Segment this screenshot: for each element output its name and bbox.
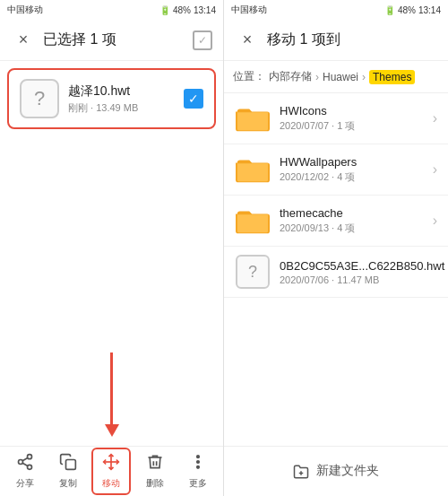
toolbar-more[interactable]: 更多: [178, 449, 218, 493]
file-question-mark: ?: [34, 87, 45, 110]
move-label: 移动: [102, 477, 120, 490]
breadcrumb: 位置： 内部存储 › Huawei › Themes: [224, 61, 448, 93]
file-name: 越泽10.hwt: [68, 83, 175, 100]
file-meta-hwt: 2020/07/06 · 11.47 MB: [280, 274, 444, 285]
breadcrumb-sep-2: ›: [362, 71, 366, 83]
left-battery-icon: 🔋: [159, 5, 170, 15]
file-info-hwt: 0B2C9C55A3E...C622B850.hwt 2020/07/06 · …: [280, 259, 444, 285]
chevron-icon-hwwallpapers: ›: [433, 161, 437, 178]
right-time: 13:14: [418, 5, 441, 15]
breadcrumb-huawei[interactable]: Huawei: [323, 71, 358, 83]
right-battery-icon: 🔋: [384, 5, 395, 15]
right-header: × 移动 1 项到: [224, 20, 448, 61]
new-folder-label: 新建文件夹: [316, 463, 379, 477]
file-icon-hwt: ?: [235, 256, 271, 288]
chevron-icon-themecache: ›: [433, 213, 437, 229]
right-close-button[interactable]: ×: [235, 28, 260, 53]
move-arrow: [105, 352, 119, 437]
left-toolbar: 分享 复制 移动: [0, 446, 223, 496]
left-check-icon: ✓: [198, 34, 207, 47]
list-item[interactable]: themecache 2020/09/13 · 4 项 ›: [224, 196, 448, 247]
folder-icon-hwicons: [235, 102, 271, 135]
svg-line-4: [22, 457, 28, 460]
right-status-left: 中国移动: [231, 4, 267, 16]
left-header: × 已选择 1 项 ✓: [0, 20, 223, 61]
left-header-title: 已选择 1 项: [43, 30, 185, 49]
share-icon: [16, 453, 34, 475]
file-meta: 刚刚 · 13.49 MB: [68, 101, 175, 115]
svg-line-3: [22, 463, 28, 466]
copy-icon: [59, 453, 77, 475]
svg-point-0: [28, 455, 32, 459]
left-time: 13:14: [194, 5, 216, 15]
hwt-file-type-icon: ?: [236, 255, 270, 289]
left-check-all[interactable]: ✓: [193, 30, 212, 50]
right-close-icon: ×: [243, 30, 253, 49]
delete-label: 删除: [146, 477, 164, 490]
right-status-bar: 中国移动 🔋 48% 13:14: [224, 0, 448, 20]
arrow-line: [110, 352, 113, 424]
toolbar-copy[interactable]: 复制: [48, 449, 88, 493]
right-toolbar: 新建文件夹: [224, 446, 448, 496]
left-close-icon: ×: [19, 30, 29, 49]
new-folder-icon: [293, 463, 313, 477]
left-status-left: 中国移动: [7, 4, 43, 16]
more-label: 更多: [189, 477, 207, 490]
share-label: 分享: [16, 477, 34, 490]
right-header-title: 移动 1 项到: [267, 30, 437, 49]
folder-name-hwicons: HWIcons: [280, 104, 424, 117]
delete-icon: [146, 453, 164, 475]
toolbar-share[interactable]: 分享: [5, 449, 45, 493]
file-info: 越泽10.hwt 刚刚 · 13.49 MB: [68, 83, 175, 115]
toolbar-move[interactable]: 移动: [91, 448, 131, 495]
file-type-icon: ?: [20, 79, 59, 118]
chevron-icon-hwicons: ›: [433, 110, 437, 126]
folder-meta-hwwallpapers: 2020/12/02 · 4 项: [280, 170, 424, 184]
folder-meta-themecache: 2020/09/13 · 4 项: [280, 222, 424, 235]
breadcrumb-label: 位置：: [233, 69, 265, 84]
breadcrumb-themes[interactable]: Themes: [369, 70, 415, 84]
folder-icon-hwwallpapers: [235, 153, 271, 186]
file-checkbox[interactable]: ✓: [184, 89, 203, 109]
left-panel: 中国移动 🔋 48% 13:14 × 已选择 1 项 ✓ ? 越泽10.hwt …: [0, 0, 224, 496]
svg-point-1: [19, 460, 23, 465]
right-status-right: 🔋 48% 13:14: [384, 5, 441, 15]
folder-info-hwwallpapers: HWWallpapers 2020/12/02 · 4 项: [280, 155, 424, 184]
svg-point-2: [28, 465, 32, 469]
folder-name-hwwallpapers: HWWallpapers: [280, 155, 424, 169]
hwt-question-icon: ?: [248, 263, 257, 282]
left-status-right: 🔋 48% 13:14: [159, 5, 216, 15]
folder-name-themecache: themecache: [280, 206, 424, 220]
copy-label: 复制: [59, 477, 77, 490]
folder-icon-themecache: [235, 204, 271, 237]
folder-info-hwicons: HWIcons 2020/07/07 · 1 项: [280, 104, 424, 133]
list-item[interactable]: ? 0B2C9C55A3E...C622B850.hwt 2020/07/06 …: [224, 247, 448, 298]
left-carrier: 中国移动: [7, 4, 43, 16]
folder-meta-hwicons: 2020/07/07 · 1 项: [280, 119, 424, 133]
arrow-area: [0, 136, 223, 446]
new-folder-button[interactable]: 新建文件夹: [275, 456, 397, 486]
toolbar-delete[interactable]: 删除: [135, 449, 175, 493]
file-item[interactable]: ? 越泽10.hwt 刚刚 · 13.49 MB ✓: [7, 68, 216, 129]
right-battery: 48%: [398, 5, 416, 15]
right-carrier: 中国移动: [231, 4, 267, 16]
left-close-button[interactable]: ×: [11, 28, 36, 53]
arrow-head: [105, 424, 119, 437]
list-item[interactable]: HWWallpapers 2020/12/02 · 4 项 ›: [224, 144, 448, 196]
left-battery: 48%: [173, 5, 191, 15]
svg-point-10: [197, 466, 200, 469]
breadcrumb-internal-storage[interactable]: 内部存储: [269, 69, 312, 84]
more-icon: [189, 453, 207, 475]
folder-list: HWIcons 2020/07/07 · 1 项 › HWWallpapers …: [224, 93, 448, 446]
list-item[interactable]: HWIcons 2020/07/07 · 1 项 ›: [224, 93, 448, 144]
svg-point-9: [197, 461, 200, 464]
folder-info-themecache: themecache 2020/09/13 · 4 项: [280, 206, 424, 235]
right-panel: 中国移动 🔋 48% 13:14 × 移动 1 项到 位置： 内部存储 › Hu…: [224, 0, 448, 496]
svg-point-8: [197, 456, 200, 458]
file-name-hwt: 0B2C9C55A3E...C622B850.hwt: [280, 259, 444, 273]
svg-rect-5: [66, 460, 76, 470]
left-status-bar: 中国移动 🔋 48% 13:14: [0, 0, 223, 20]
move-icon: [102, 453, 120, 475]
breadcrumb-sep-1: ›: [315, 71, 319, 83]
